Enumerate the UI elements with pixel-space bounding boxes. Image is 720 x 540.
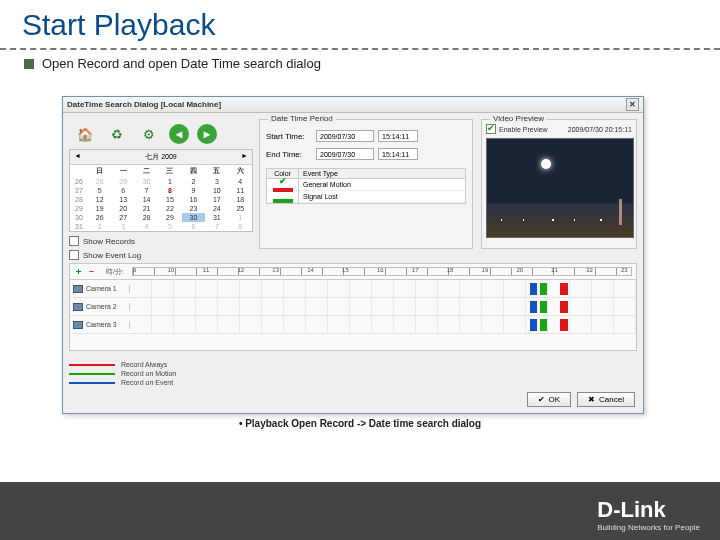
cam3-track[interactable] bbox=[130, 316, 636, 333]
calendar-day[interactable]: 5 bbox=[158, 222, 181, 231]
calendar-day[interactable]: 4 bbox=[135, 222, 158, 231]
table-row: Camera 2 bbox=[70, 298, 636, 316]
start-date-input[interactable] bbox=[316, 130, 374, 142]
preview-timestamp: 2009/07/30 20:15:11 bbox=[568, 126, 632, 133]
cam1-track[interactable] bbox=[130, 280, 636, 297]
start-time-input[interactable] bbox=[378, 130, 418, 142]
calendar-day[interactable]: 14 bbox=[135, 195, 158, 204]
event-type-table: Color Event Type ✔ General Motion Signal… bbox=[266, 168, 466, 204]
close-icon[interactable]: ✕ bbox=[626, 98, 639, 111]
calendar-day[interactable]: 22 bbox=[158, 204, 181, 213]
brand-name: D-Link bbox=[597, 497, 700, 523]
bullet-row: Open Record and open Date Time search di… bbox=[0, 56, 720, 71]
divider bbox=[0, 48, 720, 50]
legend-green-bar bbox=[69, 373, 115, 375]
calendar-day[interactable]: 29 bbox=[158, 213, 181, 222]
event2-label: Signal Lost bbox=[299, 192, 465, 201]
calendar-day[interactable]: 20 bbox=[111, 204, 134, 213]
calendar-day[interactable]: 11 bbox=[229, 186, 252, 195]
dialog-titlebar[interactable]: DateTime Search Dialog [Local Machine] ✕ bbox=[63, 97, 643, 113]
cancel-button[interactable]: ✖Cancel bbox=[577, 392, 635, 407]
cancel-label: Cancel bbox=[599, 395, 624, 404]
camera-icon bbox=[73, 303, 83, 311]
video-preview bbox=[486, 138, 634, 238]
col-event-type: Event Type bbox=[299, 169, 465, 178]
calendar-day[interactable]: 24 bbox=[205, 204, 228, 213]
calendar-day[interactable]: 15 bbox=[158, 195, 181, 204]
calendar-day[interactable]: 30 bbox=[182, 213, 205, 222]
ok-button[interactable]: ✔OK bbox=[527, 392, 572, 407]
legend3-label: Record on Event bbox=[121, 379, 173, 386]
timeline-label: 時/分: bbox=[106, 267, 124, 277]
dialog-title: DateTime Search Dialog [Local Machine] bbox=[67, 100, 221, 109]
calendar-day[interactable]: 30 bbox=[135, 177, 158, 186]
calendar-day[interactable]: 10 bbox=[205, 186, 228, 195]
calendar-day[interactable]: 4 bbox=[229, 177, 252, 186]
calendar-day[interactable]: 1 bbox=[158, 177, 181, 186]
calendar-day[interactable]: 5 bbox=[88, 186, 111, 195]
calendar-day[interactable]: 6 bbox=[111, 186, 134, 195]
calendar-day[interactable]: 9 bbox=[182, 186, 205, 195]
calendar-day[interactable]: 8 bbox=[158, 186, 181, 195]
cal-prev-icon[interactable]: ◄ bbox=[74, 152, 81, 162]
calendar-day[interactable]: 27 bbox=[111, 213, 134, 222]
enable-preview-label: Enable Preview bbox=[499, 126, 548, 133]
calendar-day[interactable]: 29 bbox=[111, 177, 134, 186]
calendar-day[interactable]: 18 bbox=[229, 195, 252, 204]
date-time-period-group: Date Time Period Start Time: End Time: C… bbox=[259, 119, 473, 249]
prev-icon[interactable]: ◄ bbox=[169, 124, 189, 144]
datetime-search-dialog: DateTime Search Dialog [Local Machine] ✕… bbox=[62, 96, 644, 414]
calendar-day[interactable]: 2 bbox=[88, 222, 111, 231]
time-ruler[interactable]: 91011121314151617181920212223 bbox=[132, 267, 632, 276]
event1-check-icon[interactable]: ✔ bbox=[279, 176, 287, 186]
calendar-day[interactable]: 2 bbox=[182, 177, 205, 186]
calendar[interactable]: ◄ 七月 2009 ► 日一二三四五六262829301234275678910… bbox=[69, 149, 253, 232]
refresh-icon[interactable]: ♻ bbox=[105, 122, 129, 146]
calendar-day[interactable]: 19 bbox=[88, 204, 111, 213]
calendar-day[interactable]: 12 bbox=[88, 195, 111, 204]
cal-next-icon[interactable]: ► bbox=[241, 152, 248, 162]
end-time-label: End Time: bbox=[266, 150, 312, 159]
calendar-day[interactable]: 26 bbox=[88, 213, 111, 222]
zoom-out-icon[interactable]: － bbox=[87, 265, 96, 278]
calendar-day[interactable]: 1 bbox=[229, 213, 252, 222]
cam2-label: Camera 2 bbox=[86, 303, 117, 310]
cam1-label: Camera 1 bbox=[86, 285, 117, 292]
calendar-day[interactable]: 6 bbox=[182, 222, 205, 231]
calendar-day[interactable]: 28 bbox=[88, 177, 111, 186]
home-icon[interactable]: 🏠 bbox=[73, 122, 97, 146]
show-records-checkbox[interactable] bbox=[69, 236, 79, 246]
enable-preview-checkbox[interactable]: ✔ bbox=[486, 124, 496, 134]
calendar-day[interactable]: 16 bbox=[182, 195, 205, 204]
camera-icon bbox=[73, 285, 83, 293]
end-time-input[interactable] bbox=[378, 148, 418, 160]
calendar-day[interactable]: 3 bbox=[205, 177, 228, 186]
figure-caption: • Playback Open Record -> Date time sear… bbox=[0, 418, 720, 429]
calendar-day[interactable]: 13 bbox=[111, 195, 134, 204]
calendar-day[interactable]: 21 bbox=[135, 204, 158, 213]
brand-tagline: Building Networks for People bbox=[597, 523, 700, 532]
cam2-track[interactable] bbox=[130, 298, 636, 315]
calendar-day[interactable]: 8 bbox=[229, 222, 252, 231]
settings-icon[interactable]: ⚙ bbox=[137, 122, 161, 146]
calendar-day[interactable]: 23 bbox=[182, 204, 205, 213]
calendar-day[interactable]: 3 bbox=[111, 222, 134, 231]
calendar-day[interactable]: 25 bbox=[229, 204, 252, 213]
tower-icon bbox=[619, 199, 622, 225]
next-icon[interactable]: ► bbox=[197, 124, 217, 144]
calendar-day[interactable]: 7 bbox=[135, 186, 158, 195]
city-lights bbox=[487, 215, 633, 225]
calendar-day[interactable]: 31 bbox=[205, 213, 228, 222]
toolbar: 🏠 ♻ ⚙ ◄ ► bbox=[69, 119, 253, 149]
show-eventlog-checkbox[interactable] bbox=[69, 250, 79, 260]
legend2-label: Record on Motion bbox=[121, 370, 176, 377]
legend-blue-bar bbox=[69, 382, 115, 384]
calendar-day[interactable]: 28 bbox=[135, 213, 158, 222]
video-preview-group: Video Preview ✔Enable Preview 2009/07/30… bbox=[481, 119, 637, 249]
calendar-day[interactable]: 7 bbox=[205, 222, 228, 231]
calendar-day[interactable]: 17 bbox=[205, 195, 228, 204]
end-date-input[interactable] bbox=[316, 148, 374, 160]
table-row: Camera 3 bbox=[70, 316, 636, 334]
check-icon: ✔ bbox=[538, 395, 545, 404]
zoom-in-icon[interactable]: ＋ bbox=[74, 265, 83, 278]
